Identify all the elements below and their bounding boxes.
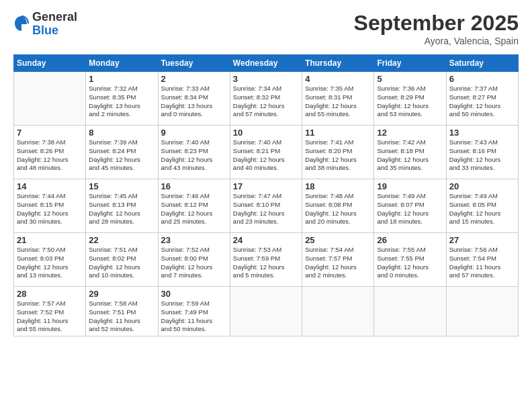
logo-general-text: General [32,11,77,24]
cell-info: Sunrise: 7:45 AMSunset: 8:13 PMDaylight:… [89,192,154,226]
cell-info: Sunrise: 7:37 AMSunset: 8:27 PMDaylight:… [449,85,515,119]
header-saturday: Saturday [446,55,518,72]
table-row [230,287,302,336]
table-row: 6Sunrise: 7:37 AMSunset: 8:27 PMDaylight… [446,72,518,126]
cell-date: 15 [89,181,154,191]
cell-date: 23 [161,235,227,245]
cell-info: Sunrise: 7:48 AMSunset: 8:08 PMDaylight:… [305,192,371,226]
cell-info: Sunrise: 7:36 AMSunset: 8:29 PMDaylight:… [377,85,443,119]
header-wednesday: Wednesday [230,55,302,72]
table-row: 16Sunrise: 7:46 AMSunset: 8:12 PMDayligh… [158,179,230,233]
table-row: 22Sunrise: 7:51 AMSunset: 8:02 PMDayligh… [86,233,158,287]
table-row: 25Sunrise: 7:54 AMSunset: 7:57 PMDayligh… [302,233,374,287]
cell-info: Sunrise: 7:55 AMSunset: 7:55 PMDaylight:… [377,246,443,280]
header-sunday: Sunday [14,55,86,72]
cell-date: 25 [305,235,371,245]
table-row: 13Sunrise: 7:43 AMSunset: 8:16 PMDayligh… [446,126,518,179]
table-row: 10Sunrise: 7:40 AMSunset: 8:21 PMDayligh… [230,126,302,179]
cell-info: Sunrise: 7:49 AMSunset: 8:05 PMDaylight:… [449,192,515,226]
cell-date: 27 [449,235,515,245]
cell-date: 12 [377,128,443,138]
table-row: 18Sunrise: 7:48 AMSunset: 8:08 PMDayligh… [302,179,374,233]
cell-date: 8 [89,128,154,138]
cell-date: 21 [17,235,83,245]
logo-icon [13,15,30,34]
table-row: 2Sunrise: 7:33 AMSunset: 8:34 PMDaylight… [158,72,230,126]
cell-date: 28 [17,289,83,299]
header-monday: Monday [86,55,158,72]
cell-info: Sunrise: 7:53 AMSunset: 7:59 PMDaylight:… [233,246,299,280]
cell-date: 22 [89,235,154,245]
cell-date: 11 [305,128,371,138]
logo-blue-text: Blue [32,24,77,38]
table-row: 30Sunrise: 7:59 AMSunset: 7:49 PMDayligh… [158,287,230,336]
table-row: 15Sunrise: 7:45 AMSunset: 8:13 PMDayligh… [86,179,158,233]
table-row: 17Sunrise: 7:47 AMSunset: 8:10 PMDayligh… [230,179,302,233]
table-row: 23Sunrise: 7:52 AMSunset: 8:00 PMDayligh… [158,233,230,287]
cell-date: 14 [17,181,83,191]
table-row: 21Sunrise: 7:50 AMSunset: 8:03 PMDayligh… [14,233,86,287]
calendar-header-row: Sunday Monday Tuesday Wednesday Thursday… [14,55,519,72]
header-friday: Friday [374,55,446,72]
month-title: September 2025 [354,11,519,36]
cell-date: 30 [161,289,227,299]
header-thursday: Thursday [302,55,374,72]
cell-info: Sunrise: 7:40 AMSunset: 8:21 PMDaylight:… [233,138,299,173]
cell-date: 7 [17,128,83,138]
table-row: 11Sunrise: 7:41 AMSunset: 8:20 PMDayligh… [302,126,374,179]
cell-date: 24 [233,235,299,245]
calendar: Sunday Monday Tuesday Wednesday Thursday… [13,54,519,336]
logo: General Blue [13,11,77,38]
cell-info: Sunrise: 7:46 AMSunset: 8:12 PMDaylight:… [161,192,227,226]
cell-date: 29 [89,289,154,299]
cell-date: 4 [305,74,371,84]
header-tuesday: Tuesday [158,55,230,72]
cell-info: Sunrise: 7:59 AMSunset: 7:49 PMDaylight:… [161,300,227,334]
cell-date: 18 [305,181,371,191]
cell-info: Sunrise: 7:43 AMSunset: 8:16 PMDaylight:… [449,138,515,173]
cell-info: Sunrise: 7:35 AMSunset: 8:31 PMDaylight:… [305,85,371,119]
table-row [302,287,374,336]
cell-info: Sunrise: 7:49 AMSunset: 8:07 PMDaylight:… [377,192,443,226]
cell-info: Sunrise: 7:38 AMSunset: 8:26 PMDaylight:… [17,138,83,173]
table-row: 8Sunrise: 7:39 AMSunset: 8:24 PMDaylight… [86,126,158,179]
table-row [14,72,86,126]
cell-info: Sunrise: 7:54 AMSunset: 7:57 PMDaylight:… [305,246,371,280]
cell-info: Sunrise: 7:47 AMSunset: 8:10 PMDaylight:… [233,192,299,226]
cell-info: Sunrise: 7:33 AMSunset: 8:34 PMDaylight:… [161,85,227,119]
cell-date: 5 [377,74,443,84]
table-row: 7Sunrise: 7:38 AMSunset: 8:26 PMDaylight… [14,126,86,179]
table-row: 3Sunrise: 7:34 AMSunset: 8:32 PMDaylight… [230,72,302,126]
cell-info: Sunrise: 7:42 AMSunset: 8:18 PMDaylight:… [377,138,443,173]
table-row: 19Sunrise: 7:49 AMSunset: 8:07 PMDayligh… [374,179,446,233]
table-row [374,287,446,336]
title-block: September 2025 Ayora, Valencia, Spain [354,11,519,46]
location-subtitle: Ayora, Valencia, Spain [354,36,519,46]
table-row: 24Sunrise: 7:53 AMSunset: 7:59 PMDayligh… [230,233,302,287]
table-row: 1Sunrise: 7:32 AMSunset: 8:35 PMDaylight… [86,72,158,126]
cell-date: 1 [89,74,154,84]
table-row: 9Sunrise: 7:40 AMSunset: 8:23 PMDaylight… [158,126,230,179]
table-row: 28Sunrise: 7:57 AMSunset: 7:52 PMDayligh… [14,287,86,336]
table-row: 27Sunrise: 7:56 AMSunset: 7:54 PMDayligh… [446,233,518,287]
cell-date: 3 [233,74,299,84]
cell-date: 6 [449,74,515,84]
cell-info: Sunrise: 7:44 AMSunset: 8:15 PMDaylight:… [17,192,83,226]
cell-info: Sunrise: 7:32 AMSunset: 8:35 PMDaylight:… [89,85,154,119]
table-row: 5Sunrise: 7:36 AMSunset: 8:29 PMDaylight… [374,72,446,126]
cell-date: 9 [161,128,227,138]
table-row: 26Sunrise: 7:55 AMSunset: 7:55 PMDayligh… [374,233,446,287]
cell-date: 10 [233,128,299,138]
table-row: 4Sunrise: 7:35 AMSunset: 8:31 PMDaylight… [302,72,374,126]
cell-info: Sunrise: 7:51 AMSunset: 8:02 PMDaylight:… [89,246,154,280]
cell-date: 16 [161,181,227,191]
table-row: 14Sunrise: 7:44 AMSunset: 8:15 PMDayligh… [14,179,86,233]
cell-info: Sunrise: 7:56 AMSunset: 7:54 PMDaylight:… [449,246,515,280]
cell-info: Sunrise: 7:58 AMSunset: 7:51 PMDaylight:… [89,300,154,334]
cell-info: Sunrise: 7:50 AMSunset: 8:03 PMDaylight:… [17,246,83,280]
table-row: 20Sunrise: 7:49 AMSunset: 8:05 PMDayligh… [446,179,518,233]
table-row: 29Sunrise: 7:58 AMSunset: 7:51 PMDayligh… [86,287,158,336]
table-row: 12Sunrise: 7:42 AMSunset: 8:18 PMDayligh… [374,126,446,179]
cell-date: 13 [449,128,515,138]
cell-info: Sunrise: 7:41 AMSunset: 8:20 PMDaylight:… [305,138,371,173]
